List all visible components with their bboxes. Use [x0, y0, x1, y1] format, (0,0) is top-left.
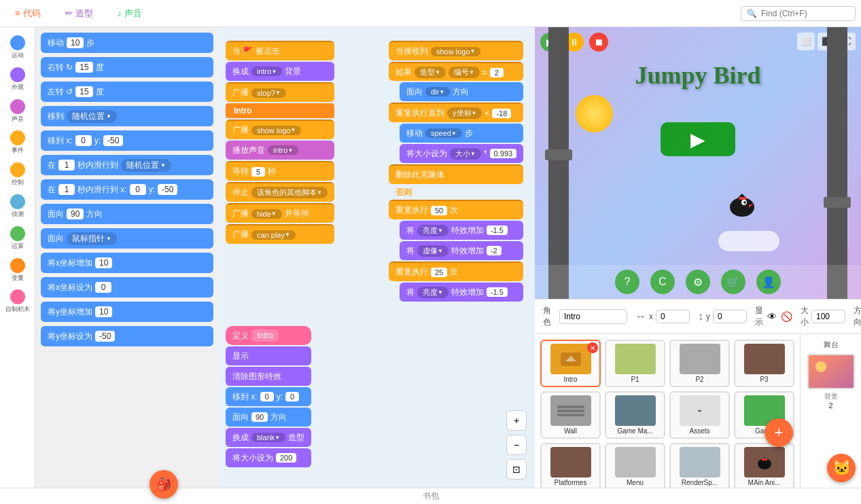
block-broadcast-stop[interactable]: 广播 stop?: [226, 82, 334, 102]
block-switch-costume[interactable]: 换成 blank 造型: [226, 428, 311, 447]
block-face-dir[interactable]: 面向 90 方向: [41, 204, 213, 224]
label-intro: Intro: [226, 103, 334, 118]
stage-bottom-bar: ? C ⚙ 🛒 👤: [535, 265, 861, 299]
sidebar-item-sound[interactable]: 声音: [1, 96, 34, 126]
stage-icon-user[interactable]: 👤: [756, 270, 781, 294]
zoom-out-btn[interactable]: −: [506, 435, 527, 455]
scratch-cat-button[interactable]: 🐱: [827, 454, 856, 482]
block-ghost-effect[interactable]: 将 虚像 特效增加 -2: [400, 241, 523, 260]
block-switch-bg[interactable]: 换成 intro 背景: [226, 62, 334, 81]
variables-dot: [10, 258, 25, 273]
block-clear-effects[interactable]: 清除图形特效: [226, 367, 311, 386]
block-broadcast-showlogo[interactable]: 广播 show logo: [226, 120, 334, 139]
block-if[interactable]: 如果 造型 编号 = 2: [389, 62, 523, 81]
tab-code[interactable]: ≡ 代码: [5, 3, 50, 24]
stage-icon-settings[interactable]: ⚙: [686, 270, 710, 294]
sprite-thumb-wall[interactable]: Wall: [540, 391, 601, 439]
control-dot: [10, 162, 25, 177]
block-stop[interactable]: 停止 该角色的其他脚本: [226, 182, 334, 202]
sprite-img-p3: [744, 344, 785, 374]
sprite-thumb-p3[interactable]: P3: [734, 340, 794, 387]
block-wait[interactable]: 等待 5 秒: [226, 161, 334, 181]
block-define-intro[interactable]: 定义 Intro: [226, 326, 311, 345]
stage-mini-thumb[interactable]: [807, 354, 855, 389]
block-repeat-25[interactable]: 重复执行 25 次: [389, 262, 523, 281]
block-set-size[interactable]: 将大小设为 大小 * 0.993: [400, 144, 523, 163]
block-repeat-until[interactable]: 重复执行直到 y坐标 < -18: [389, 103, 523, 122]
sprite-thumb-assets[interactable]: - Assets: [669, 391, 730, 439]
sidebar-item-motion[interactable]: 运动: [1, 33, 34, 62]
tab-sound[interactable]: ♪ 声音: [108, 3, 152, 24]
block-goto-xy[interactable]: 移到 x: 0 y: -50: [41, 130, 213, 151]
operators-dot: [10, 226, 25, 241]
sidebar-item-myblocks[interactable]: 自制积木: [1, 287, 34, 316]
block-face-90[interactable]: 面向 90 方向: [226, 408, 311, 427]
sprite-name-mainani: MAin Ani...: [748, 479, 781, 486]
block-turn-right[interactable]: 右转 ↻ 15 度: [41, 57, 213, 77]
view-normal-btn[interactable]: ⬜: [797, 33, 815, 50]
hide-icon[interactable]: 🚫: [781, 311, 792, 322]
block-broadcast-canplay[interactable]: 广播 can play: [226, 224, 334, 244]
block-green-flag[interactable]: 当 🚩 被点击: [226, 41, 334, 60]
script-canvas[interactable]: 当 🚩 被点击 换成 intro 背景 广播 stop? Intro 广播 sh…: [219, 27, 535, 488]
sprite-thumb-rendersp[interactable]: RenderSp...: [669, 443, 730, 488]
sidebar-item-looks[interactable]: 外观: [1, 65, 34, 94]
show-icon[interactable]: 👁: [767, 311, 777, 322]
sprite-thumb-intro[interactable]: ✕ Intro: [540, 340, 601, 387]
block-set-x[interactable]: 将x坐标设为 0: [41, 277, 213, 298]
zoom-in-btn[interactable]: +: [506, 410, 527, 431]
footer: 书包: [0, 488, 861, 504]
size-input[interactable]: [811, 310, 845, 323]
block-set-size-200[interactable]: 将大小设为 200: [226, 448, 311, 467]
sprite-name-input[interactable]: [559, 309, 627, 324]
sprite-thumb-p1[interactable]: P1: [605, 340, 665, 387]
block-goto-random[interactable]: 移到 随机位置: [41, 106, 213, 126]
sprite-thumb-platformes[interactable]: Platformes: [540, 443, 601, 488]
block-broadcast-hide[interactable]: 广播 hide 并等待: [226, 203, 334, 223]
size-control: 大小: [801, 305, 845, 328]
sensing-dot: [10, 194, 25, 209]
block-glide-random[interactable]: 在 1 秒内滑行到 随机位置: [41, 155, 213, 175]
y-input[interactable]: [713, 310, 747, 323]
stop-button[interactable]: ⏹: [589, 33, 608, 52]
block-play-sound[interactable]: 播放声音 intro: [226, 141, 334, 160]
block-show[interactable]: 显示: [226, 346, 311, 365]
sprite-delete-intro[interactable]: ✕: [587, 342, 598, 353]
sidebar-item-variables[interactable]: 变量: [1, 255, 34, 285]
stage-play-overlay[interactable]: ▶: [661, 122, 735, 156]
block-goto-xy2[interactable]: 移到 x: 0 y: 0: [226, 387, 311, 406]
block-repeat-50[interactable]: 重复执行 50 次: [389, 200, 523, 219]
block-move-speed[interactable]: 移动 speed 步: [400, 124, 523, 143]
sidebar-item-events[interactable]: 事件: [1, 128, 34, 157]
search-input[interactable]: [761, 9, 849, 18]
looks-dot: [10, 67, 25, 82]
fit-btn[interactable]: ⊡: [506, 459, 527, 480]
x-input[interactable]: [656, 310, 690, 323]
sprite-thumb-mainani[interactable]: MAin Ani...: [734, 443, 794, 488]
sprite-thumb-p2[interactable]: P2: [669, 340, 730, 387]
sidebar-item-control[interactable]: 控制: [1, 160, 34, 189]
block-when-received[interactable]: 当接收到 show logo: [389, 41, 523, 60]
stage-icon-c[interactable]: C: [650, 270, 675, 294]
search-box[interactable]: 🔍: [741, 6, 856, 21]
tab-costume[interactable]: ✏ 造型: [56, 3, 103, 24]
block-glide-xy[interactable]: 在 1 秒内滑行到 x: 0 y: -50: [41, 179, 213, 200]
block-add-y[interactable]: 将y坐标增加 10: [41, 302, 213, 322]
block-brightness-effect[interactable]: 将 亮度 特效增加 -1.5: [400, 221, 523, 240]
sprite-thumb-gamema[interactable]: Game Ma...: [605, 391, 665, 439]
backpack-button[interactable]: 🎒: [150, 470, 178, 499]
block-delete-clone[interactable]: 删除此克隆体: [389, 164, 523, 184]
block-turn-left[interactable]: 左转 ↺ 15 度: [41, 82, 213, 102]
block-set-y[interactable]: 将y坐标设为 -50: [41, 326, 213, 346]
sprite-thumb-menu[interactable]: Menu: [605, 443, 665, 488]
sidebar-item-operators[interactable]: 运算: [1, 223, 34, 253]
stage-icon-question[interactable]: ?: [615, 270, 639, 294]
stage-icon-cart[interactable]: 🛒: [721, 270, 745, 294]
block-move[interactable]: 移动 10 步: [41, 33, 213, 53]
block-face-mouse[interactable]: 面向 鼠标指针: [41, 228, 213, 249]
block-brightness-effect2[interactable]: 将 亮度 特效增加 -1.5: [400, 283, 523, 302]
block-add-x[interactable]: 将x坐标增加 10: [41, 253, 213, 273]
block-face-dir2[interactable]: 面向 dir 方向: [400, 82, 523, 101]
add-sprite-button[interactable]: +: [765, 418, 793, 447]
sidebar-item-sensing[interactable]: 侦测: [1, 192, 34, 221]
